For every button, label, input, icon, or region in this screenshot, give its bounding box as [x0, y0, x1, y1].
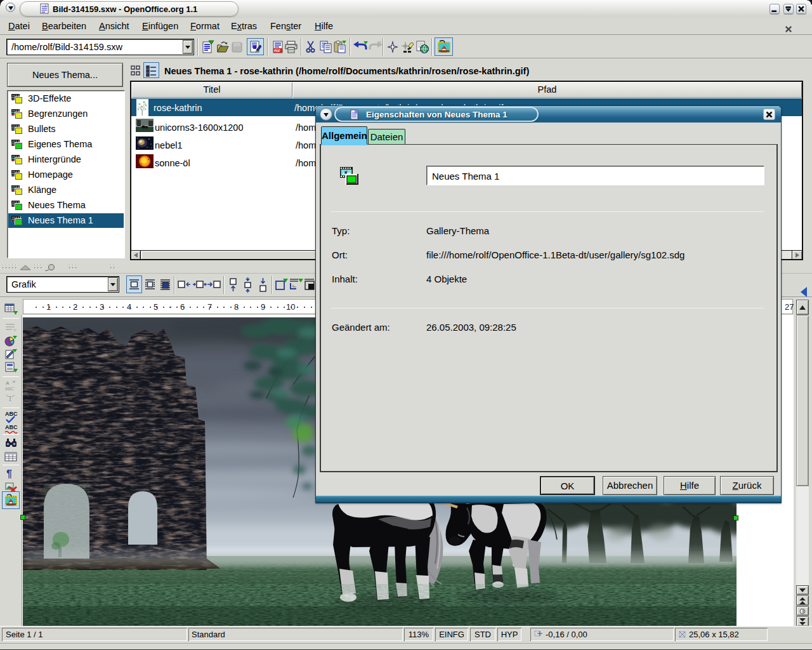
svg-text:ABC: ABC	[5, 424, 18, 430]
svg-text:¶: ¶	[6, 468, 12, 479]
svg-text:PDF: PDF	[274, 49, 280, 53]
svg-text:ABC: ABC	[5, 411, 18, 417]
svg-text:A: A	[6, 380, 10, 386]
svg-text:T: T	[8, 394, 13, 403]
svg-text:ABC: ABC	[5, 387, 14, 391]
